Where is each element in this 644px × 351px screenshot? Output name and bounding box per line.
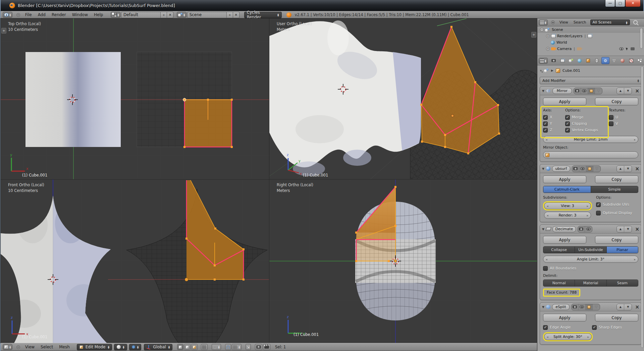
move-modifier-up-button[interactable]: ▲: [617, 88, 624, 94]
collapse-menus-icon[interactable]: [16, 345, 20, 349]
tab-world[interactable]: [576, 57, 584, 64]
texture-v-checkbox[interactable]: V: [609, 120, 638, 127]
scene-browse[interactable]: [177, 12, 186, 18]
menu-help[interactable]: Help: [91, 12, 106, 17]
menu-window[interactable]: Window: [69, 12, 91, 17]
minimize-button[interactable]: —: [605, 0, 615, 7]
viewport-user-ortho[interactable]: z y x User Ortho (Local) Meters (1) Cube…: [269, 18, 537, 180]
maximize-button[interactable]: ▢: [615, 0, 625, 7]
viewport-top-ortho[interactable]: y x Top Ortho (Local) 10 Centimeters (1)…: [1, 18, 269, 180]
properties-shelf-expand-button[interactable]: +: [531, 32, 536, 38]
modifier-header[interactable]: ▼ eSplit ▽ ▲ ▼ ×: [540, 303, 641, 311]
outliner-filter-select[interactable]: All Scenes: [590, 19, 630, 25]
collapse-triangle-icon[interactable]: ▼: [542, 89, 544, 93]
apply-button[interactable]: Apply: [543, 236, 586, 244]
expand-icon[interactable]: +: [546, 34, 550, 38]
modifier-name-field[interactable]: Mirror: [552, 88, 572, 94]
edge-angle-checkbox[interactable]: Edge Angle: [543, 324, 592, 331]
render-visibility-toggle[interactable]: [578, 226, 585, 232]
modifier-name-field[interactable]: eSplit: [552, 304, 570, 310]
menu-file[interactable]: File: [22, 12, 35, 17]
collapse-option[interactable]: Collapse: [543, 247, 575, 253]
snap-target-button[interactable]: ⇲: [246, 344, 251, 350]
transform-orientation-select[interactable]: Global: [144, 344, 172, 350]
properties-scrollbar[interactable]: [641, 66, 644, 348]
simple-option[interactable]: Simple: [591, 186, 638, 193]
move-modifier-down-button[interactable]: ▼: [624, 88, 632, 94]
tab-texture[interactable]: [627, 57, 636, 64]
delimit-normal-option[interactable]: Normal: [543, 280, 575, 286]
modifier-header[interactable]: ▼ Decimate ▲ ▼ ×: [540, 225, 641, 234]
planar-option[interactable]: Planar: [607, 247, 638, 253]
texture-u-checkbox[interactable]: U: [609, 114, 638, 120]
opengl-render-anim-button[interactable]: [263, 344, 270, 350]
render-visibility-toggle[interactable]: [572, 166, 579, 172]
outliner-item-renderlayers[interactable]: + RenderLayers |: [537, 33, 644, 39]
render-visibility-toggle[interactable]: [572, 304, 579, 310]
menu-render[interactable]: Render: [49, 12, 69, 17]
proportional-edit-select[interactable]: [212, 344, 221, 350]
copy-button[interactable]: Copy: [595, 98, 638, 105]
merge-limit-slider[interactable]: Merge Limit: 1mm: [543, 136, 638, 143]
merge-checkbox[interactable]: Merge: [565, 114, 609, 120]
unsubdivide-option[interactable]: Un-Subdivide: [575, 247, 606, 253]
outliner-scrollbar[interactable]: [640, 28, 643, 49]
move-modifier-up-button[interactable]: ▲: [617, 304, 624, 310]
editor-type-selector[interactable]: i: [3, 12, 12, 18]
tab-render[interactable]: [550, 57, 558, 64]
renderability-camera-icon[interactable]: [631, 47, 635, 50]
collapse-menus-icon[interactable]: [16, 13, 20, 17]
editmode-display-toggle[interactable]: [586, 166, 593, 172]
move-modifier-down-button[interactable]: ▼: [624, 166, 632, 172]
scene-name[interactable]: Scene: [187, 12, 227, 18]
add-scene-button[interactable]: ＋: [227, 12, 233, 18]
delimit-material-option[interactable]: Material: [575, 280, 606, 286]
search-icon[interactable]: [633, 20, 638, 24]
clipping-checkbox[interactable]: Clipping: [565, 120, 609, 127]
cage-display-toggle[interactable]: ▽: [593, 304, 600, 310]
outliner-item-scene[interactable]: − Scene: [537, 27, 644, 33]
axis-x-checkbox[interactable]: X: [543, 114, 565, 120]
menu-add[interactable]: Add: [35, 12, 49, 17]
face-select-mode-button[interactable]: [191, 344, 198, 350]
view-subdivisions-slider[interactable]: View: 3: [544, 202, 591, 209]
axis-z-checkbox[interactable]: Z: [543, 127, 565, 133]
cage-display-toggle[interactable]: ▽: [595, 88, 602, 94]
mirror-object-field[interactable]: [543, 151, 638, 158]
modifier-name-field[interactable]: Decimate: [552, 226, 576, 232]
catmull-clark-option[interactable]: Catmull-Clark: [543, 186, 591, 193]
menu-view[interactable]: View: [22, 345, 38, 349]
cage-display-toggle[interactable]: ▽: [593, 166, 600, 172]
render-engine-select[interactable]: Cycles Render: [244, 12, 282, 18]
delete-modifier-icon[interactable]: ×: [635, 304, 639, 310]
tab-modifiers[interactable]: ⚙: [601, 57, 610, 64]
outliner-menu-view[interactable]: View: [557, 20, 571, 24]
close-button[interactable]: ✕: [625, 0, 641, 7]
tab-material[interactable]: [619, 57, 627, 64]
tab-object[interactable]: [584, 57, 592, 64]
snap-toggle-button[interactable]: [225, 344, 231, 350]
copy-button[interactable]: Copy: [595, 314, 638, 321]
subdivide-uvs-checkbox[interactable]: Subdivide UVs: [596, 201, 638, 208]
apply-button[interactable]: Apply: [543, 314, 586, 321]
render-subdivisions-slider[interactable]: Render: 3: [544, 212, 591, 219]
window-titlebar[interactable]: Blender [C:\Users\Yaniv\Dropbox\Projects…: [1, 0, 643, 11]
move-modifier-down-button[interactable]: ▼: [624, 226, 632, 232]
all-boundaries-checkbox[interactable]: All Boundaries: [543, 265, 638, 271]
render-visibility-toggle[interactable]: [574, 88, 581, 94]
tab-particles[interactable]: [636, 57, 644, 64]
outliner-item-camera[interactable]: + Camera |: [537, 46, 644, 52]
viewport-visibility-toggle[interactable]: [585, 226, 592, 232]
collapse-triangle-icon[interactable]: ▼: [542, 228, 544, 231]
menu-select[interactable]: Select: [38, 345, 56, 349]
collapse-triangle-icon[interactable]: ▼: [542, 305, 544, 309]
modifier-header[interactable]: ▼ Mirror ▽ ▲ ▼ ×: [540, 87, 641, 95]
angle-limit-slider[interactable]: Angle Limit: 3°: [543, 256, 638, 263]
tab-scene[interactable]: [567, 57, 575, 64]
expand-icon[interactable]: +: [546, 47, 550, 51]
optimal-display-checkbox[interactable]: Optimal Display: [596, 210, 638, 216]
editor-type-selector[interactable]: [539, 19, 548, 26]
collapse-triangle-icon[interactable]: ▼: [542, 167, 544, 170]
delete-modifier-icon[interactable]: ×: [635, 88, 639, 94]
edge-select-mode-button[interactable]: [184, 344, 191, 350]
